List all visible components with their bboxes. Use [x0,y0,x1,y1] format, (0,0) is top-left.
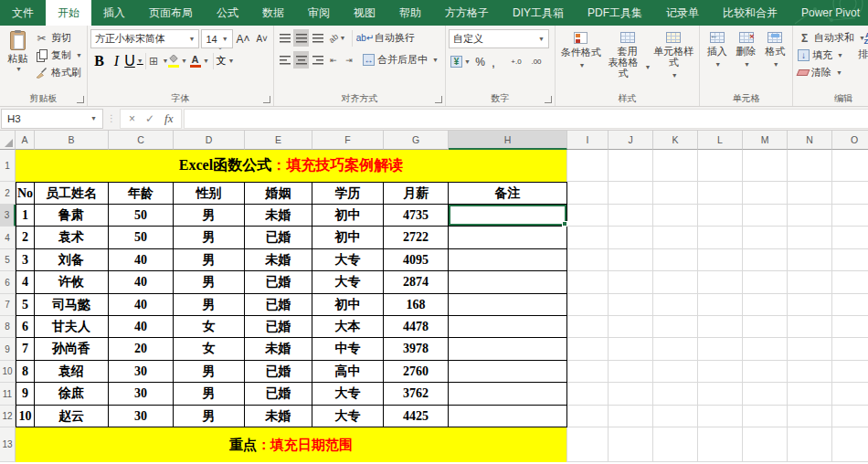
tab-插入[interactable]: 插入 [91,0,137,26]
cell-I13[interactable] [567,427,609,462]
cell-B5[interactable]: 刘备 [35,249,109,271]
format-painter-button[interactable]: 格式刷 [33,64,84,81]
cell-F10[interactable]: 高中 [312,361,384,383]
cell-C10[interactable]: 30 [109,361,174,383]
column-header-J[interactable]: J [609,131,653,150]
cell-A5[interactable]: 3 [16,249,35,271]
cell-I9[interactable] [567,338,609,361]
tab-PDF工具集[interactable]: PDF工具集 [576,0,654,26]
cell-J11[interactable] [609,383,653,406]
column-header-G[interactable]: G [384,131,449,150]
cell-H5[interactable] [449,249,567,271]
cell-F5[interactable]: 大专 [312,249,384,271]
cell-A11[interactable]: 9 [16,383,35,406]
cell-D4[interactable]: 男 [174,227,245,249]
cell-I3[interactable] [567,205,609,227]
tab-记录单[interactable]: 记录单 [654,0,711,26]
cell-M7[interactable] [743,294,788,316]
cell-L11[interactable] [698,383,743,406]
orientation-button[interactable]: ab▼ [326,29,348,47]
italic-button[interactable]: I [108,52,125,69]
cell-J3[interactable] [609,205,653,227]
cell-I4[interactable] [567,227,609,249]
cell-E9[interactable]: 未婚 [245,338,312,361]
column-header-C[interactable]: C [109,131,174,150]
dialog-launcher-icon[interactable] [435,96,442,103]
cell-K6[interactable] [653,271,698,294]
decrease-indent-button[interactable]: ⇤ [326,51,341,69]
cell-C11[interactable]: 30 [109,383,174,406]
cell-G11[interactable]: 3762 [384,383,449,406]
dialog-launcher-icon[interactable] [545,96,552,103]
cell-B10[interactable]: 袁绍 [35,361,109,383]
tab-开始[interactable]: 开始 [46,0,91,26]
cell-F3[interactable]: 初中 [312,205,384,227]
cell-D8[interactable]: 女 [174,316,245,338]
cell-G2[interactable]: 月薪 [384,182,449,205]
cell-J6[interactable] [609,271,653,294]
cell-C5[interactable]: 40 [109,249,174,271]
cell-O1[interactable] [832,150,868,182]
cell-O11[interactable] [832,383,868,406]
cell-A8[interactable]: 6 [16,316,35,338]
column-header-O[interactable]: O [832,131,868,150]
cell-C9[interactable]: 20 [109,338,174,361]
cell-A10[interactable]: 8 [16,361,35,383]
column-header-L[interactable]: L [698,131,743,150]
cell-N6[interactable] [788,271,832,294]
align-top-button[interactable] [277,29,292,47]
title-cell[interactable]: Excel函数公式：填充技巧案例解读 [16,150,567,182]
format-cells-button[interactable]: 格式 ▼ [760,29,789,70]
cut-button[interactable]: ✂剪切 [33,29,84,47]
cell-K1[interactable] [653,150,698,182]
increase-decimal-button[interactable]: +.0 [506,53,526,70]
column-header-H[interactable]: H [449,131,567,150]
cell-styles-button[interactable]: 单元格样式 ▼ [651,29,696,81]
cell-F7[interactable]: 初中 [312,294,384,316]
row-header-8[interactable]: 8 [0,316,16,338]
cell-F9[interactable]: 中专 [312,338,384,361]
cell-O5[interactable] [832,249,868,271]
cell-A7[interactable]: 5 [16,294,35,316]
increase-indent-button[interactable]: ⇥ [342,51,356,69]
cell-K4[interactable] [653,227,698,249]
borders-button[interactable]: ⊞▼ [149,52,166,69]
cell-K12[interactable] [653,406,698,427]
cell-I10[interactable] [567,361,609,383]
cell-M6[interactable] [743,271,788,294]
cell-C7[interactable]: 40 [109,294,174,316]
cell-C2[interactable]: 年龄 [109,182,174,205]
cell-O13[interactable] [832,427,868,462]
cell-I8[interactable] [567,316,609,338]
cell-I7[interactable] [567,294,609,316]
cell-I5[interactable] [567,249,609,271]
cell-D6[interactable]: 男 [174,271,245,294]
dialog-launcher-icon[interactable] [263,96,270,103]
cell-G10[interactable]: 2760 [384,361,449,383]
cell-F11[interactable]: 大专 [312,383,384,406]
cell-J4[interactable] [609,227,653,249]
accounting-format-button[interactable]: ¥▼ [449,53,472,70]
cell-E4[interactable]: 已婚 [245,227,312,249]
column-header-K[interactable]: K [653,131,698,150]
cell-O7[interactable] [832,294,868,316]
cell-F8[interactable]: 大本 [312,316,384,338]
cell-M5[interactable] [743,249,788,271]
cell-O10[interactable] [832,361,868,383]
merge-center-button[interactable]: ↔合并后居中▼ [361,51,440,69]
cell-L6[interactable] [698,271,743,294]
decrease-font-size-button[interactable]: A˅ [253,30,270,47]
tab-审阅[interactable]: 审阅 [296,0,342,26]
cell-C4[interactable]: 50 [109,227,174,249]
number-format-select[interactable]: 自定义▼ [449,29,549,48]
cell-B8[interactable]: 甘夫人 [35,316,109,338]
cell-H4[interactable] [449,227,567,249]
cell-I6[interactable] [567,271,609,294]
tab-数据[interactable]: 数据 [250,0,296,26]
cell-E10[interactable]: 已婚 [245,361,312,383]
fill-color-button[interactable]: ▼ [166,52,188,69]
cell-N5[interactable] [788,249,832,271]
cell-H3[interactable] [449,205,567,227]
cell-G6[interactable]: 2874 [384,271,449,294]
cell-A2[interactable]: No [16,182,35,205]
